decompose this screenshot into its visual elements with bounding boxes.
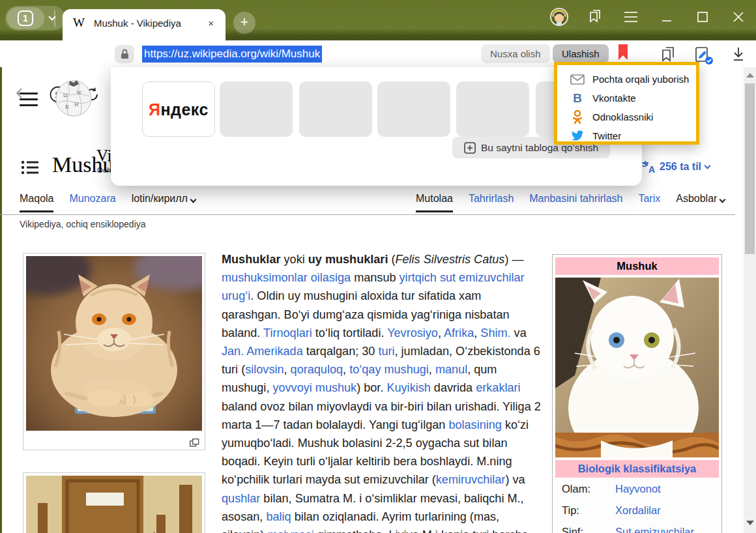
tab-group-badge[interactable]: 1 — [7, 7, 44, 29]
tableau-tile[interactable] — [299, 81, 372, 137]
collections-titlebar-icon[interactable] — [577, 8, 613, 28]
tab-group-pill[interactable]: 1 — [5, 6, 65, 31]
infobox-row-sinf: Sinf: Sut emizuvchilar — [555, 521, 719, 533]
tab-group-count: 1 — [18, 10, 33, 26]
article-link[interactable]: manul — [435, 363, 467, 376]
infobox-section-header: Biologik klassifikatsiya — [555, 460, 719, 478]
article-link[interactable]: silovsin — [245, 363, 284, 376]
article-link[interactable]: mushuksimonlar oilasiga — [222, 271, 351, 284]
wiki-tabs: Maqola Munozara lotin/кирилл Mutolaa Tah… — [0, 193, 735, 215]
infobox-value-link[interactable]: Xordalilar — [615, 504, 661, 517]
tab-divider — [54, 10, 55, 27]
article-link[interactable]: kemiruvchilar — [436, 473, 506, 486]
plus-square-icon — [464, 142, 476, 154]
article-link[interactable]: qoraquloq — [291, 363, 343, 376]
article-link[interactable]: Jan. Amerikada — [222, 345, 303, 358]
language-selector[interactable]: A 256 ta til — [641, 160, 710, 173]
article-link[interactable]: moʻynasi — [267, 528, 313, 533]
tools-chevron-icon — [720, 197, 726, 203]
article-link[interactable]: yovvoyi mushuk — [272, 381, 356, 394]
avatar-icon — [549, 7, 569, 27]
scrollbar-thumb[interactable] — [745, 83, 755, 254]
collections-toolbar-icon[interactable] — [660, 46, 678, 63]
share-item-email[interactable]: Pochta orqali yuborish — [570, 70, 696, 89]
tab-tarix[interactable]: Tarix — [638, 193, 660, 212]
profile-avatar[interactable] — [541, 7, 577, 29]
svg-text:Ω: Ω — [63, 92, 68, 98]
infobox-title: Mushuk — [555, 257, 719, 275]
variant-chevron-icon — [190, 197, 196, 203]
tableau-tile-yandex[interactable]: Яндекс — [142, 81, 215, 137]
twitter-icon — [570, 130, 585, 141]
languages-icon: A — [641, 160, 656, 173]
cat-on-book-photo — [26, 256, 202, 431]
maximize-button[interactable] — [684, 10, 720, 26]
infobox-value-link[interactable]: Sut emizuvchilar — [615, 526, 694, 533]
infobox-mushuk: Mushuk — [552, 254, 722, 533]
share-item-odnoklassniki[interactable]: Odnoklassniki — [570, 108, 696, 126]
vk-icon: B — [570, 91, 585, 106]
article-figure-cat-on-book[interactable] — [23, 253, 205, 450]
tabby-cat-photo — [26, 476, 202, 533]
article-link[interactable]: turi — [378, 345, 394, 358]
tab-maqola[interactable]: Maqola — [20, 193, 53, 212]
svg-text:H: H — [74, 101, 79, 108]
bookmark-flag-icon[interactable] — [618, 44, 628, 61]
browser-tab-active[interactable]: W Mushuk - Vikipediya × — [63, 9, 225, 40]
close-window-button[interactable] — [720, 10, 756, 26]
share-button[interactable]: Ulashish — [553, 44, 609, 63]
infobox-value-link[interactable]: Hayvonot — [615, 483, 661, 495]
new-tab-button[interactable]: + — [233, 12, 255, 34]
tableau-tile[interactable] — [377, 81, 450, 137]
lock-icon — [121, 49, 129, 59]
download-icon[interactable] — [731, 46, 746, 63]
scrollbar-up-icon[interactable] — [746, 73, 754, 78]
enlarge-icon[interactable] — [190, 439, 199, 447]
article-figure-tabby-cat[interactable] — [23, 472, 205, 533]
copy-url-button[interactable]: Nusxa olish — [481, 44, 550, 63]
article-link[interactable]: Afrika — [444, 326, 474, 339]
toc-icon[interactable] — [21, 160, 39, 175]
tools-dropdown[interactable]: Asboblar — [676, 193, 725, 212]
site-subtitle: Vikipediya, ochiq ensiklopediya — [20, 219, 146, 229]
menu-hamburger-icon[interactable] — [613, 10, 648, 26]
infobox-row-tip: Tip: Xordalilar — [555, 499, 719, 521]
odnoklassniki-icon — [570, 110, 585, 124]
scrollbar-down-icon[interactable] — [746, 521, 754, 525]
tableau-tile[interactable] — [456, 81, 529, 137]
infobox-label: Sinf: — [562, 526, 615, 533]
svg-text:R: R — [65, 104, 69, 110]
share-item-twitter[interactable]: Twitter — [570, 126, 696, 145]
article-link[interactable]: Kuyikish — [386, 381, 430, 394]
wikipedia-logo[interactable]: Ω W H R — [55, 78, 93, 118]
share-item-vkontakte[interactable]: B Vkontakte — [570, 89, 696, 108]
white-kitten-photo[interactable] — [555, 278, 719, 457]
address-bar-url[interactable]: https://uz.wikipedia.org/wiki/Mushuk — [142, 46, 322, 63]
article-link[interactable]: Shim. — [480, 326, 510, 339]
close-tab-icon[interactable]: × — [204, 16, 218, 30]
article-link[interactable]: Tirnoqlari — [263, 326, 312, 339]
infobox-label: Olam: — [562, 483, 615, 495]
tab-title: Mushuk - Vikipediya — [94, 18, 204, 29]
email-icon — [570, 74, 585, 85]
minimize-button[interactable] — [648, 10, 684, 26]
article-link[interactable]: bolasining — [448, 418, 501, 431]
tab-mutolaa[interactable]: Mutolaa — [416, 193, 453, 212]
svg-text:A: A — [648, 164, 655, 173]
wiki-menu-icon[interactable] — [20, 89, 38, 110]
language-count: 256 ta til — [660, 161, 701, 173]
site-lock-button[interactable] — [115, 45, 134, 63]
page-scrollbar[interactable] — [744, 67, 756, 533]
tab-manbasini-tahrirlash[interactable]: Manbasini tahrirlash — [529, 193, 622, 212]
tableau-tile[interactable] — [220, 81, 293, 137]
variant-selector[interactable]: lotin/кирилл — [132, 193, 196, 212]
tab-munozara[interactable]: Munozara — [69, 193, 115, 212]
article-link[interactable]: baliq — [266, 510, 291, 523]
article-link[interactable]: qushlar — [222, 492, 260, 505]
wikipedia-favicon: W — [73, 16, 85, 30]
article-link[interactable]: toʻqay mushugi — [349, 363, 429, 376]
article-link[interactable]: erkaklari — [476, 381, 520, 394]
article-link[interactable]: Yevrosiyo — [387, 326, 438, 339]
tab-tahrirlash[interactable]: Tahrirlash — [469, 193, 514, 212]
infobox-row-olam: Olam: Hayvonot — [555, 478, 719, 499]
